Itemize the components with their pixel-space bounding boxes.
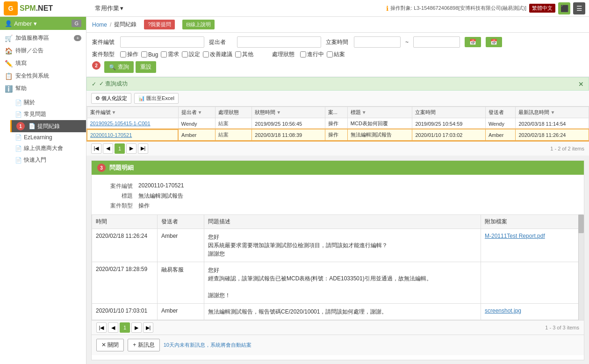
- attachment-link-3[interactable]: screenshot.jpg: [485, 307, 521, 314]
- menu-button[interactable]: ☰: [573, 2, 585, 14]
- alert-close-button[interactable]: ✕: [578, 80, 584, 88]
- page-info: 1 - 2 of 2 items: [550, 146, 584, 151]
- content-area: Home / 提問紀錄 ?我要提問 ⊟線上說明 案件編號 提出者 立案時間 ~ …: [86, 17, 589, 364]
- type-demand[interactable]: 需求: [161, 50, 179, 58]
- personalize-settings-button[interactable]: ⚙ 個人化設定: [91, 93, 131, 104]
- next-page-btn[interactable]: ▶: [126, 143, 136, 154]
- case-time-end-input[interactable]: [413, 36, 460, 48]
- breadcrumb-home[interactable]: Home: [92, 21, 107, 28]
- msg-first-page-btn[interactable]: |◀: [96, 322, 107, 333]
- sidebar-item-meeting[interactable]: 📄 線上供應商大會: [10, 143, 86, 154]
- col-latest-time[interactable]: 最新訊息時間▼: [516, 107, 589, 118]
- msg-prev-page-btn[interactable]: ◀: [108, 322, 118, 333]
- type-suggestion[interactable]: 改善建議: [203, 50, 232, 58]
- sidebar: 👤 Amber ▾ G 🛒 加值服務專區 + 🏠 待辦／公告 ✏️ 填寫 📋: [0, 17, 86, 364]
- user-avatar: 👤: [5, 20, 12, 27]
- col-case-no[interactable]: 案件編號▼: [87, 107, 178, 118]
- col-desc: 問題描述: [204, 215, 481, 229]
- messages-table-container: 時間 發送者 問題描述 附加檔案 2020/02/18 11:26:24 Amb…: [92, 214, 584, 320]
- msg-sender-2: 融易客服: [158, 262, 204, 304]
- sidebar-item-help[interactable]: ℹ️ 幫助: [0, 82, 86, 95]
- meta-title-row: 標題 無法編輯測試報告: [101, 192, 575, 200]
- language-button[interactable]: 繁體中文: [529, 4, 555, 13]
- msg-next-page-btn[interactable]: ▶: [131, 322, 142, 333]
- status-closed-cb[interactable]: [327, 51, 333, 57]
- type-bug[interactable]: Bug: [141, 51, 158, 58]
- excel-icon: 📊: [138, 95, 145, 101]
- message-row: 2020/02/18 11:26:24 Amber 您好 因系統嚴要求需要增加該…: [92, 229, 584, 262]
- type-setting-cb[interactable]: [182, 51, 188, 57]
- case-time-start-input[interactable]: [354, 36, 401, 48]
- type-demand-cb[interactable]: [161, 51, 167, 57]
- col-status-time[interactable]: 狀態時間▼: [252, 107, 325, 118]
- col-status[interactable]: 處理狀態: [215, 107, 252, 118]
- col-time: 時間: [92, 215, 158, 229]
- msg-last-page-btn[interactable]: ▶|: [143, 322, 153, 333]
- security-icon: 📋: [5, 72, 13, 80]
- scrollbar-track[interactable]: [578, 214, 584, 320]
- case-no-input[interactable]: [120, 36, 204, 48]
- type-setting[interactable]: 設定: [182, 50, 200, 58]
- cell-case-no[interactable]: 20190925-105415-1-C001: [87, 118, 178, 129]
- common-tasks-menu[interactable]: 常用作業 ▾: [95, 4, 123, 13]
- reset-button[interactable]: 重設: [136, 61, 156, 73]
- type-other-cb[interactable]: [235, 51, 241, 57]
- status-in-progress[interactable]: 進行中: [300, 50, 324, 58]
- messages-pagination: |◀ ◀ 1 ▶ ▶| 1 - 3 of 3 items: [92, 320, 584, 335]
- submitter-input[interactable]: [237, 36, 321, 48]
- logo: G SPM.NET: [4, 1, 86, 15]
- page-1-btn[interactable]: 1: [115, 143, 125, 154]
- col-sender[interactable]: 發送者: [485, 107, 516, 118]
- new-message-button[interactable]: + 新訊息: [128, 339, 159, 351]
- sidebar-item-about[interactable]: 📄 關於: [10, 97, 86, 108]
- logo-icon: G: [4, 1, 18, 15]
- sidebar-item-write[interactable]: ✏️ 填寫: [0, 57, 86, 70]
- type-bug-cb[interactable]: [141, 51, 147, 57]
- type-other[interactable]: 其他: [235, 50, 253, 58]
- prev-page-btn[interactable]: ◀: [103, 143, 113, 154]
- col-case-time[interactable]: 立案時間: [412, 107, 485, 118]
- sidebar-item-ezlearning[interactable]: 📄 EzLearning: [10, 132, 86, 143]
- date-picker-start[interactable]: 📅: [465, 37, 481, 47]
- cell-case-no[interactable]: 20200110-170521: [87, 129, 178, 141]
- type-suggestion-cb[interactable]: [203, 51, 209, 57]
- type-operation-cb[interactable]: [120, 51, 126, 57]
- sidebar-item-tickets[interactable]: 1 📄 提問紀錄: [10, 120, 86, 132]
- check-icon: ✓: [92, 81, 96, 87]
- search-button[interactable]: 🔍 查詢: [104, 61, 134, 73]
- col-type[interactable]: 案...: [325, 107, 347, 118]
- topbar-right: ℹ 操作對象: L3-1548672406898[安博科技有限公司(融易測試)]…: [386, 2, 585, 14]
- cell-status: 結案: [215, 129, 252, 141]
- online-help-button[interactable]: ⊟線上說明: [182, 20, 215, 29]
- status-in-progress-cb[interactable]: [300, 51, 306, 57]
- col-title[interactable]: 標題▼: [347, 107, 412, 118]
- table-row[interactable]: 20200110-170521 Amber 結案 2020/03/18 11:0…: [87, 129, 589, 141]
- last-page-btn[interactable]: ▶|: [138, 143, 148, 154]
- sidebar-item-todo[interactable]: 🏠 待辦／公告: [0, 44, 86, 57]
- first-page-btn[interactable]: |◀: [91, 143, 101, 154]
- table-row[interactable]: 20190925-105415-1-C001 Wendy 結案 2019/09/…: [87, 118, 589, 129]
- type-operation[interactable]: 操作: [120, 50, 138, 58]
- col-submitter[interactable]: 提出者▼: [178, 107, 215, 118]
- sidebar-item-quickstart[interactable]: 📄 快速入門: [10, 154, 86, 166]
- msg-time-2: 2020/02/17 18:28:59: [92, 262, 158, 304]
- export-button[interactable]: ⬛: [558, 2, 570, 14]
- cell-case-time: 2019/09/25 10:54:59: [412, 118, 485, 129]
- sidebar-item-security[interactable]: 📋 安全性與系統: [0, 70, 86, 82]
- sidebar-item-service[interactable]: 🛒 加值服務專區 +: [0, 32, 86, 44]
- msg-page-1-btn[interactable]: 1: [120, 322, 130, 333]
- sidebar-item-faq[interactable]: 📄 常見問題: [10, 108, 86, 120]
- sidebar-collapse-button[interactable]: G: [72, 20, 81, 27]
- close-button[interactable]: ✕ 關閉: [96, 339, 124, 351]
- cell-submitter: Amber: [178, 129, 215, 141]
- attachment-link-1[interactable]: M-20111Test Report.pdf: [485, 233, 545, 239]
- status-closed[interactable]: 結案: [327, 50, 345, 58]
- sort-icon: ▼: [198, 110, 202, 115]
- date-picker-end[interactable]: 📅: [486, 37, 502, 47]
- sort-icon: ▼: [362, 110, 366, 115]
- ask-question-button[interactable]: ?我要提問: [144, 20, 175, 29]
- search-icon: 🔍: [109, 64, 116, 71]
- export-excel-button[interactable]: 📊 匯出至Excel: [134, 93, 179, 104]
- meta-type-label: 案件類型: [101, 202, 138, 210]
- chevron-down-icon: ▾: [120, 5, 123, 12]
